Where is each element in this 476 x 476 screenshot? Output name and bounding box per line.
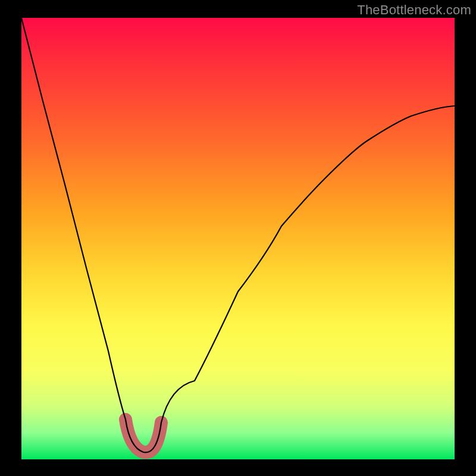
watermark-text: TheBottleneck.com [357, 2, 471, 18]
bottleneck-curve-svg [21, 18, 455, 459]
bottleneck-curve [21, 18, 455, 452]
chart-plot-area [21, 18, 455, 459]
optimal-range-highlight [126, 419, 161, 452]
